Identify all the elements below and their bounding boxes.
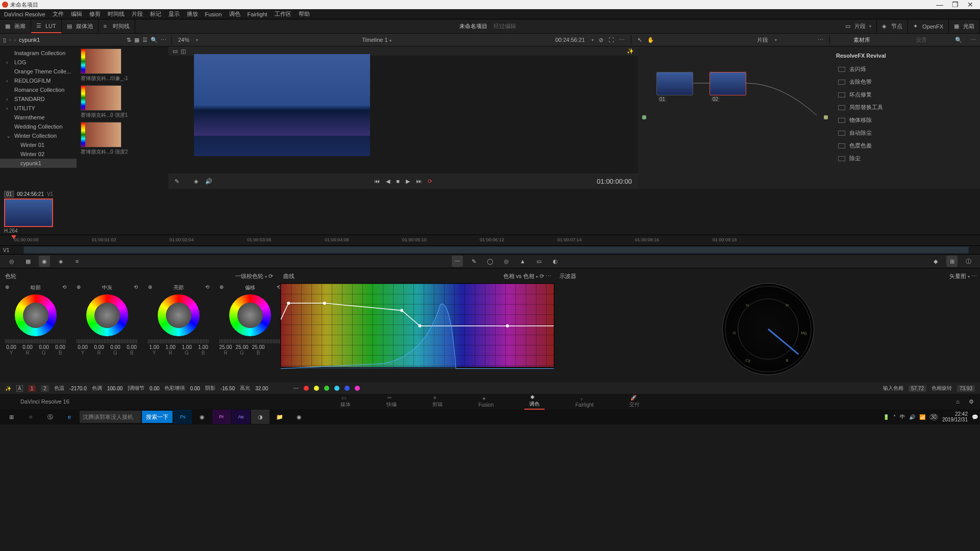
stop-button[interactable]: ■ <box>396 178 400 184</box>
lut-folder[interactable]: Wedding Collection <box>0 122 77 131</box>
graph-input[interactable] <box>642 115 646 119</box>
fx-item[interactable]: 去闪烁 <box>836 63 976 76</box>
fx-item[interactable]: 色度色差 <box>836 139 976 152</box>
lut-folder[interactable]: Romance Collection <box>0 85 77 94</box>
color-match-icon[interactable]: ▦ <box>22 256 34 267</box>
curves-mode[interactable]: 色相 vs 色相 <box>503 273 534 279</box>
page-edit[interactable]: ≡剪辑 <box>427 394 448 409</box>
edge-icon[interactable]: e <box>60 410 79 424</box>
tray-time[interactable]: 22:42 <box>942 411 968 417</box>
lut-thumb[interactable]: 赛博朋克科...印象_-1 <box>79 48 166 83</box>
play-button[interactable]: ▶ <box>406 178 410 185</box>
fullscreen-icon[interactable]: ⛶ <box>608 37 614 43</box>
temp-value[interactable]: -2170.0 <box>69 386 87 391</box>
lut-folder[interactable]: Warmtheme <box>0 113 77 122</box>
md-value[interactable]: 0.00 <box>150 386 159 391</box>
lut-button[interactable]: ☰LUT <box>31 19 62 33</box>
highlight-value[interactable]: 32.00 <box>255 386 268 391</box>
menu-item[interactable]: DaVinci Resolve <box>4 11 45 17</box>
lut-item[interactable]: Winter 01 <box>0 140 77 149</box>
first-frame-button[interactable]: ⏮ <box>374 178 380 184</box>
tray-ime-icon[interactable]: 中 <box>900 413 905 420</box>
page-1[interactable]: 1 <box>28 385 36 392</box>
maximize-button[interactable]: ❐ <box>947 1 963 9</box>
tray-volume-icon[interactable]: 🔊 <box>909 414 915 420</box>
auto-icon[interactable]: ✨ <box>5 386 11 391</box>
blur-icon[interactable]: ▭ <box>533 256 545 267</box>
settings-icon[interactable]: ⚙ <box>969 398 974 405</box>
app-ps[interactable]: Ps <box>174 410 192 424</box>
search-icon[interactable]: 🔍 <box>955 37 962 43</box>
close-button[interactable]: ✕ <box>963 1 978 9</box>
node[interactable]: 01 <box>656 72 693 95</box>
menu-item[interactable]: 片段 <box>132 10 143 18</box>
menu-item[interactable]: 文件 <box>53 10 64 18</box>
tracker-icon[interactable]: ▲ <box>517 256 528 267</box>
rgb-mixer-icon[interactable]: ≡ <box>71 256 83 267</box>
input-hue[interactable]: 57.72 <box>909 385 926 392</box>
lut-folder[interactable]: ›LOG <box>0 58 77 67</box>
breadcrumb[interactable]: cypunk1 <box>19 37 40 43</box>
tray-date[interactable]: 2019/12/31 <box>942 417 968 422</box>
nodes-button[interactable]: ◈节点 <box>877 19 908 33</box>
lift-wheel[interactable]: ⊕暗部⟲ 0.000.000.000.00 YRGB <box>5 283 66 356</box>
play-reverse-button[interactable]: ◀ <box>386 178 390 185</box>
more-icon[interactable]: ⋯ <box>619 37 625 43</box>
fx-item[interactable]: 局部替换工具 <box>836 101 976 114</box>
tab-settings[interactable]: 设置 <box>896 36 947 44</box>
fx-item[interactable]: 自动除尘 <box>836 127 976 139</box>
menu-item[interactable]: 编辑 <box>71 10 82 18</box>
app-pr[interactable]: Pr <box>212 410 231 424</box>
hdr-icon[interactable]: ◈ <box>55 256 66 267</box>
menu-item[interactable]: 帮助 <box>299 10 310 18</box>
menu-item[interactable]: Fusion <box>205 11 222 17</box>
loop-button[interactable]: ⟳ <box>428 178 432 185</box>
menu-item[interactable]: 标记 <box>150 10 161 18</box>
lightbox-button[interactable]: ▦光箱 <box>949 19 980 33</box>
lut-thumb[interactable]: 赛博朋克科...0 强度2 <box>79 122 166 157</box>
viewer-timecode[interactable]: 01:00:00:00 <box>597 178 632 185</box>
last-frame-button[interactable]: ⏭ <box>416 178 422 184</box>
keyframes-icon[interactable]: ◆ <box>930 256 941 267</box>
video-track[interactable] <box>23 246 969 254</box>
menu-item[interactable]: 调色 <box>229 10 240 18</box>
fx-item[interactable]: 坏点修复 <box>836 88 976 101</box>
app-explorer[interactable]: 📁 <box>271 410 289 424</box>
start-button[interactable]: ⊞ <box>2 410 20 424</box>
lut-folder[interactable]: ›REDLOGFILM <box>0 76 77 85</box>
channel-red[interactable] <box>304 386 309 391</box>
tint-value[interactable]: 100.00 <box>107 386 123 391</box>
channel-magenta[interactable] <box>355 386 360 391</box>
browser-icon[interactable]: Ⓢ <box>41 410 59 424</box>
tab-library[interactable]: 素材库 <box>836 36 888 44</box>
camera-raw-icon[interactable]: ◎ <box>6 256 17 267</box>
notifications-icon[interactable]: 💬 <box>972 414 978 420</box>
spline-icon[interactable]: 〰 <box>293 386 299 391</box>
channel-yellow[interactable] <box>314 386 319 391</box>
info-icon[interactable]: ⓘ <box>963 256 974 267</box>
grid-view-icon[interactable]: ▦ <box>134 37 139 43</box>
channel-cyan[interactable] <box>334 386 339 391</box>
search-icon[interactable]: 🔍 <box>151 37 158 43</box>
more-icon[interactable]: ⋯ <box>161 37 166 43</box>
bypass-icon[interactable]: ⊘ <box>599 37 603 43</box>
lut-folder[interactable]: ›UTILITY <box>0 104 77 113</box>
tray-up-icon[interactable]: ˄ <box>893 414 896 420</box>
timeline-button[interactable]: ≡时间线 <box>99 19 135 33</box>
search-button[interactable]: 搜索一下 <box>142 411 173 423</box>
menu-item[interactable]: 修剪 <box>89 10 101 18</box>
openfx-button[interactable]: ✦OpenFX <box>908 19 949 33</box>
pointer-icon[interactable]: ↖ <box>638 37 642 43</box>
wheels-mode[interactable]: 一级校色轮 <box>235 273 263 279</box>
page-deliver[interactable]: 🚀交付 <box>624 394 645 409</box>
node[interactable]: 02 <box>709 72 746 95</box>
audio-icon[interactable]: 🔊 <box>205 178 212 185</box>
viewer-mode-icon[interactable]: ◫ <box>181 48 186 55</box>
tray-icon[interactable]: 📶 <box>919 414 925 420</box>
hand-icon[interactable]: ✋ <box>647 37 654 43</box>
viewer-image[interactable] <box>194 54 370 156</box>
app-resolve[interactable]: ◑ <box>251 410 270 424</box>
menu-item[interactable]: 显示 <box>168 10 180 18</box>
boost-value[interactable]: 0.00 <box>190 386 200 391</box>
page-fusion[interactable]: ✦Fusion <box>473 395 499 409</box>
